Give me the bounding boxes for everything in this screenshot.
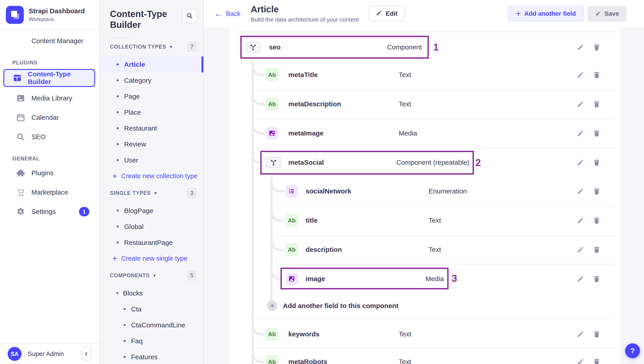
section-title: COMPONENTS <box>110 273 150 279</box>
chevron-down-icon[interactable]: ▾ <box>154 190 157 196</box>
subnav-item-review[interactable]: Review <box>100 136 203 152</box>
add-field-to-component-button[interactable]: + <box>267 301 277 311</box>
row-divider <box>276 264 615 264</box>
delete-field-button[interactable] <box>591 356 602 364</box>
field-type: Text <box>399 99 411 109</box>
subnav-item-restaurant[interactable]: Restaurant <box>100 120 203 136</box>
help-button[interactable]: ? <box>625 343 640 358</box>
subnav-item-label: Global <box>124 223 144 231</box>
media-icon <box>266 127 278 139</box>
subnav-item-article[interactable]: Article <box>100 56 203 72</box>
field-type: Text <box>399 70 411 80</box>
calendar-icon <box>16 113 26 122</box>
subnav-item-label: Cta <box>131 305 142 313</box>
row-divider <box>276 207 615 207</box>
chevron-down-icon[interactable]: ▾ <box>153 273 156 279</box>
enumeration-icon <box>286 185 298 197</box>
main-sidebar: Strapi Dashboard Workplace Content Manag… <box>0 0 100 364</box>
delete-field-button[interactable] <box>591 157 602 168</box>
pen-icon <box>16 36 26 46</box>
sidebar-footer: SA Super Admin <box>0 343 99 364</box>
edit-field-button[interactable] <box>575 356 586 364</box>
edit-field-button[interactable] <box>575 244 586 255</box>
delete-field-button[interactable] <box>591 186 602 197</box>
subnav-item-faq[interactable]: Faq <box>100 333 203 349</box>
edit-field-button[interactable] <box>575 99 586 109</box>
search-icon <box>16 132 26 142</box>
subnav-item-label: Page <box>124 93 140 100</box>
subnav-item-cta[interactable]: Cta <box>100 301 203 317</box>
avatar[interactable]: SA <box>8 347 22 361</box>
edit-field-button[interactable] <box>575 157 586 168</box>
row-divider <box>255 318 615 319</box>
edit-button[interactable]: Edit <box>369 6 405 21</box>
subnav-item-place[interactable]: Place <box>100 104 203 120</box>
edit-field-button[interactable] <box>575 186 586 197</box>
pencil-icon <box>376 10 382 18</box>
subnav-item-features[interactable]: Features <box>100 349 203 364</box>
subnav-item-user[interactable]: User <box>100 152 203 168</box>
chevron-down-icon[interactable]: ▾ <box>170 44 172 50</box>
tree-line <box>252 61 254 364</box>
section-title: SINGLE TYPES <box>110 190 151 196</box>
bullet-icon <box>124 356 126 358</box>
field-type: Text <box>399 357 411 364</box>
delete-field-button[interactable] <box>591 329 602 339</box>
subnav-item-label: Category <box>124 77 152 84</box>
delete-field-button[interactable] <box>591 215 602 226</box>
check-icon: ✓ <box>595 10 601 18</box>
subnav-item-page[interactable]: Page <box>100 88 203 104</box>
delete-field-button[interactable] <box>591 69 602 80</box>
back-link[interactable]: ← Back <box>214 10 240 18</box>
subnav-item-category[interactable]: Category <box>100 72 203 88</box>
subnav-item-blogpage[interactable]: BlogPage <box>100 203 203 219</box>
create-link-create-new-single-type[interactable]: +Create new single type <box>100 251 203 266</box>
sidebar-item-content-type-builder[interactable]: Content-Type Builder <box>3 69 95 87</box>
section-header-collection-types: COLLECTION TYPES▾7 <box>100 42 203 52</box>
save-button[interactable]: ✓ Save <box>588 6 626 21</box>
add-another-field-button[interactable]: + Add another field <box>508 6 584 21</box>
sidebar-item-settings[interactable]: Settings1 <box>3 204 95 220</box>
app-logo-row: Strapi Dashboard Workplace <box>0 0 99 29</box>
component-category-blocks[interactable]: ▾Blocks <box>100 285 203 301</box>
subnav-item-global[interactable]: Global <box>100 219 203 235</box>
field-name: keywords <box>288 329 319 339</box>
edit-field-button[interactable] <box>575 215 586 226</box>
delete-field-button[interactable] <box>591 128 602 139</box>
collapse-sidebar-button[interactable] <box>81 347 91 360</box>
field-name: socialNetwork <box>306 186 351 196</box>
add-field-to-component-label[interactable]: Add another field to this component <box>283 301 398 311</box>
sidebar-item-marketplace[interactable]: Marketplace <box>3 184 95 201</box>
edit-field-button[interactable] <box>575 69 586 80</box>
subnav-item-ctacommandline[interactable]: CtaCommandLine <box>100 317 203 333</box>
field-name: description <box>306 245 342 255</box>
delete-field-button[interactable] <box>591 273 602 284</box>
plus-icon: + <box>516 9 520 19</box>
delete-field-button[interactable] <box>591 42 602 53</box>
sidebar-item-calendar[interactable]: Calendar <box>3 109 95 126</box>
row-divider <box>240 32 615 32</box>
bullet-icon <box>117 79 119 81</box>
sidebar-item-seo[interactable]: SEO <box>3 129 95 145</box>
user-name: Super Admin <box>28 350 75 357</box>
delete-field-button[interactable] <box>591 99 602 109</box>
bullet-icon <box>117 127 119 129</box>
subnav-item-restaurantpage[interactable]: RestaurantPage <box>100 235 203 251</box>
sidebar-item-plugins[interactable]: Plugins <box>3 165 95 181</box>
search-button[interactable] <box>182 9 197 23</box>
delete-field-button[interactable] <box>591 244 602 255</box>
edit-field-button[interactable] <box>575 273 586 284</box>
bullet-icon <box>124 340 126 342</box>
edit-field-button[interactable] <box>575 42 586 53</box>
sidebar-item-media-library[interactable]: Media Library <box>3 90 95 106</box>
subnav-item-label: Article <box>124 61 145 68</box>
subnav-item-label: Place <box>124 109 141 116</box>
sidebar-item-label: Marketplace <box>32 189 68 196</box>
workspace-label: Workplace <box>29 16 85 23</box>
sidebar-item-content-manager[interactable]: Content Manager <box>3 33 95 49</box>
create-link-create-new-collection-type[interactable]: +Create new collection type <box>100 168 203 184</box>
count-badge: 3 <box>187 188 196 198</box>
sidebar-item-label: Content Manager <box>32 37 84 45</box>
edit-field-button[interactable] <box>575 128 586 139</box>
edit-field-button[interactable] <box>575 329 586 339</box>
